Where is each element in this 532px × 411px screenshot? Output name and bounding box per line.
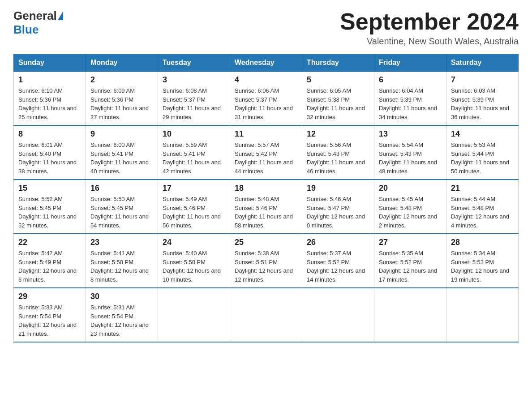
day-number: 24 bbox=[163, 238, 225, 247]
calendar-cell: 8Sunrise: 6:01 AMSunset: 5:40 PMDaylight… bbox=[14, 125, 86, 180]
title-section: September 2024 Valentine, New South Wale… bbox=[340, 9, 519, 47]
calendar-cell bbox=[230, 288, 302, 342]
calendar-cell: 5Sunrise: 6:05 AMSunset: 5:38 PMDaylight… bbox=[302, 72, 374, 126]
calendar-cell: 6Sunrise: 6:04 AMSunset: 5:39 PMDaylight… bbox=[374, 72, 446, 126]
day-info: Sunrise: 5:49 AMSunset: 5:46 PMDaylight:… bbox=[163, 195, 225, 230]
day-info: Sunrise: 5:46 AMSunset: 5:47 PMDaylight:… bbox=[307, 195, 369, 230]
day-info: Sunrise: 5:52 AMSunset: 5:45 PMDaylight:… bbox=[18, 195, 81, 230]
day-info: Sunrise: 5:42 AMSunset: 5:49 PMDaylight:… bbox=[18, 249, 81, 284]
day-number: 4 bbox=[235, 75, 297, 85]
calendar-cell: 2Sunrise: 6:09 AMSunset: 5:36 PMDaylight… bbox=[86, 72, 158, 126]
day-info: Sunrise: 5:50 AMSunset: 5:45 PMDaylight:… bbox=[90, 195, 153, 230]
day-number: 16 bbox=[90, 184, 153, 193]
day-number: 23 bbox=[90, 238, 153, 247]
calendar-table: SundayMondayTuesdayWednesdayThursdayFrid… bbox=[13, 54, 519, 342]
day-number: 3 bbox=[163, 75, 225, 85]
day-number: 10 bbox=[163, 129, 225, 139]
day-info: Sunrise: 5:48 AMSunset: 5:46 PMDaylight:… bbox=[235, 195, 297, 230]
day-info: Sunrise: 5:34 AMSunset: 5:53 PMDaylight:… bbox=[451, 249, 514, 284]
day-number: 11 bbox=[235, 129, 297, 139]
calendar-cell bbox=[446, 288, 519, 342]
day-info: Sunrise: 6:10 AMSunset: 5:36 PMDaylight:… bbox=[18, 86, 81, 121]
logo: General Blue bbox=[13, 9, 63, 37]
logo-triangle-icon bbox=[58, 11, 63, 20]
day-info: Sunrise: 5:35 AMSunset: 5:52 PMDaylight:… bbox=[379, 249, 442, 284]
logo-general-text: General bbox=[13, 9, 57, 23]
day-number: 5 bbox=[307, 75, 369, 85]
calendar-cell: 4Sunrise: 6:06 AMSunset: 5:37 PMDaylight… bbox=[230, 72, 302, 126]
column-header-saturday: Saturday bbox=[446, 54, 519, 72]
column-header-tuesday: Tuesday bbox=[158, 54, 230, 72]
calendar-cell: 25Sunrise: 5:38 AMSunset: 5:51 PMDayligh… bbox=[230, 234, 302, 288]
week-row-2: 8Sunrise: 6:01 AMSunset: 5:40 PMDaylight… bbox=[14, 125, 519, 180]
calendar-cell: 29Sunrise: 5:33 AMSunset: 5:54 PMDayligh… bbox=[14, 288, 86, 342]
calendar-cell: 13Sunrise: 5:54 AMSunset: 5:43 PMDayligh… bbox=[374, 125, 446, 180]
week-row-5: 29Sunrise: 5:33 AMSunset: 5:54 PMDayligh… bbox=[14, 288, 519, 342]
calendar-cell: 17Sunrise: 5:49 AMSunset: 5:46 PMDayligh… bbox=[158, 180, 230, 234]
day-number: 8 bbox=[18, 129, 81, 139]
day-info: Sunrise: 6:06 AMSunset: 5:37 PMDaylight:… bbox=[235, 86, 297, 121]
calendar-cell: 9Sunrise: 6:00 AMSunset: 5:41 PMDaylight… bbox=[86, 125, 158, 180]
day-number: 19 bbox=[307, 184, 369, 193]
calendar-cell: 11Sunrise: 5:57 AMSunset: 5:42 PMDayligh… bbox=[230, 125, 302, 180]
calendar-cell: 30Sunrise: 5:31 AMSunset: 5:54 PMDayligh… bbox=[86, 288, 158, 342]
day-info: Sunrise: 6:08 AMSunset: 5:37 PMDaylight:… bbox=[163, 86, 225, 121]
calendar-cell bbox=[302, 288, 374, 342]
day-number: 30 bbox=[90, 292, 153, 301]
day-info: Sunrise: 5:53 AMSunset: 5:44 PMDaylight:… bbox=[451, 141, 514, 176]
column-header-sunday: Sunday bbox=[14, 54, 86, 72]
calendar-cell: 16Sunrise: 5:50 AMSunset: 5:45 PMDayligh… bbox=[86, 180, 158, 234]
day-info: Sunrise: 5:54 AMSunset: 5:43 PMDaylight:… bbox=[379, 141, 442, 176]
calendar-cell: 15Sunrise: 5:52 AMSunset: 5:45 PMDayligh… bbox=[14, 180, 86, 234]
calendar-cell: 19Sunrise: 5:46 AMSunset: 5:47 PMDayligh… bbox=[302, 180, 374, 234]
month-title: September 2024 bbox=[340, 9, 519, 34]
day-info: Sunrise: 5:37 AMSunset: 5:52 PMDaylight:… bbox=[307, 249, 369, 284]
day-number: 28 bbox=[451, 238, 514, 247]
column-header-friday: Friday bbox=[374, 54, 446, 72]
calendar-cell: 7Sunrise: 6:03 AMSunset: 5:39 PMDaylight… bbox=[446, 72, 519, 126]
day-number: 13 bbox=[379, 129, 442, 139]
header-row: SundayMondayTuesdayWednesdayThursdayFrid… bbox=[14, 54, 519, 72]
day-info: Sunrise: 6:03 AMSunset: 5:39 PMDaylight:… bbox=[451, 86, 514, 121]
day-info: Sunrise: 6:01 AMSunset: 5:40 PMDaylight:… bbox=[18, 141, 81, 176]
calendar-cell: 18Sunrise: 5:48 AMSunset: 5:46 PMDayligh… bbox=[230, 180, 302, 234]
day-info: Sunrise: 5:31 AMSunset: 5:54 PMDaylight:… bbox=[90, 303, 153, 338]
day-info: Sunrise: 5:38 AMSunset: 5:51 PMDaylight:… bbox=[235, 249, 297, 284]
day-info: Sunrise: 6:05 AMSunset: 5:38 PMDaylight:… bbox=[307, 86, 369, 121]
day-info: Sunrise: 5:57 AMSunset: 5:42 PMDaylight:… bbox=[235, 141, 297, 176]
column-header-monday: Monday bbox=[86, 54, 158, 72]
calendar-cell: 23Sunrise: 5:41 AMSunset: 5:50 PMDayligh… bbox=[86, 234, 158, 288]
calendar-cell: 12Sunrise: 5:56 AMSunset: 5:43 PMDayligh… bbox=[302, 125, 374, 180]
day-number: 17 bbox=[163, 184, 225, 193]
day-number: 27 bbox=[379, 238, 442, 247]
calendar-cell: 10Sunrise: 5:59 AMSunset: 5:41 PMDayligh… bbox=[158, 125, 230, 180]
day-info: Sunrise: 5:56 AMSunset: 5:43 PMDaylight:… bbox=[307, 141, 369, 176]
day-number: 25 bbox=[235, 238, 297, 247]
logo-blue-text: Blue bbox=[13, 23, 39, 37]
location-text: Valentine, New South Wales, Australia bbox=[340, 36, 519, 47]
calendar-cell: 24Sunrise: 5:40 AMSunset: 5:50 PMDayligh… bbox=[158, 234, 230, 288]
day-number: 26 bbox=[307, 238, 369, 247]
week-row-4: 22Sunrise: 5:42 AMSunset: 5:49 PMDayligh… bbox=[14, 234, 519, 288]
day-number: 29 bbox=[18, 292, 81, 301]
day-number: 21 bbox=[451, 184, 514, 193]
day-info: Sunrise: 5:59 AMSunset: 5:41 PMDaylight:… bbox=[163, 141, 225, 176]
day-number: 22 bbox=[18, 238, 81, 247]
day-number: 2 bbox=[90, 75, 153, 85]
calendar-cell: 26Sunrise: 5:37 AMSunset: 5:52 PMDayligh… bbox=[302, 234, 374, 288]
calendar-cell: 14Sunrise: 5:53 AMSunset: 5:44 PMDayligh… bbox=[446, 125, 519, 180]
day-number: 18 bbox=[235, 184, 297, 193]
calendar-cell: 22Sunrise: 5:42 AMSunset: 5:49 PMDayligh… bbox=[14, 234, 86, 288]
day-info: Sunrise: 6:00 AMSunset: 5:41 PMDaylight:… bbox=[90, 141, 153, 176]
column-header-thursday: Thursday bbox=[302, 54, 374, 72]
day-info: Sunrise: 6:09 AMSunset: 5:36 PMDaylight:… bbox=[90, 86, 153, 121]
calendar-cell: 3Sunrise: 6:08 AMSunset: 5:37 PMDaylight… bbox=[158, 72, 230, 126]
calendar-cell: 27Sunrise: 5:35 AMSunset: 5:52 PMDayligh… bbox=[374, 234, 446, 288]
day-number: 12 bbox=[307, 129, 369, 139]
day-number: 1 bbox=[18, 75, 81, 85]
calendar-cell bbox=[158, 288, 230, 342]
day-info: Sunrise: 5:41 AMSunset: 5:50 PMDaylight:… bbox=[90, 249, 153, 284]
day-number: 20 bbox=[379, 184, 442, 193]
day-info: Sunrise: 5:45 AMSunset: 5:48 PMDaylight:… bbox=[379, 195, 442, 230]
page-header: General Blue September 2024 Valentine, N… bbox=[13, 9, 519, 47]
